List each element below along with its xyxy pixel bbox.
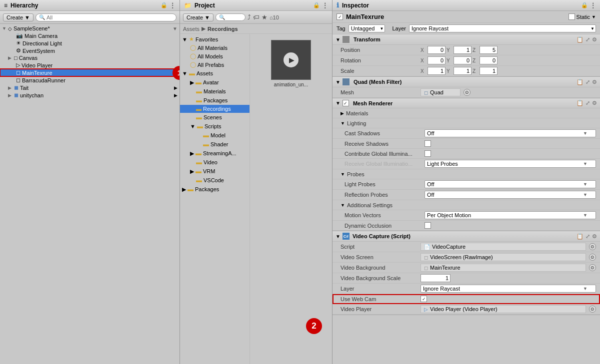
hierarchy-item-tait[interactable]: ▶ ◼ Tait ▶ bbox=[0, 84, 180, 91]
receive-gi-dropdown[interactable]: Light Probes ▼ bbox=[424, 160, 596, 168]
video-player-select-btn[interactable]: ⊙ bbox=[589, 306, 596, 313]
pos-z-input[interactable] bbox=[480, 46, 498, 54]
rot-z-input[interactable] bbox=[480, 56, 498, 64]
mf-icon3[interactable]: ⚙ bbox=[592, 79, 597, 85]
rot-x-input[interactable] bbox=[428, 56, 446, 64]
project-recordings[interactable]: ▬ Recordings bbox=[180, 105, 250, 113]
tag-dropdown-wrapper[interactable]: Untagged ▼ bbox=[348, 24, 386, 32]
mr-icon3[interactable]: ⚙ bbox=[592, 100, 597, 106]
project-streaming[interactable]: ▶ ▬ StreamingA... bbox=[180, 149, 250, 158]
vc-icon2[interactable]: ⤢ bbox=[586, 233, 590, 240]
use-webcam-checkbox[interactable] bbox=[420, 296, 427, 302]
mr-enable-checkbox[interactable] bbox=[342, 100, 349, 106]
light-probes-dropdown[interactable]: Off ▼ bbox=[424, 180, 596, 188]
project-assets-header[interactable]: ▼ ▬ Assets bbox=[180, 69, 250, 78]
static-toggle[interactable]: Static ▼ bbox=[568, 13, 596, 20]
reflection-probes-dropdown[interactable]: Off ▼ bbox=[424, 191, 596, 199]
hierarchy-item-main-texrure[interactable]: ◻ MainTexrure bbox=[0, 69, 180, 76]
project-scenes[interactable]: ▬ Scenes bbox=[180, 113, 250, 122]
vc-icon3[interactable]: ⚙ bbox=[592, 233, 597, 240]
mf-icon2[interactable]: ⤢ bbox=[586, 79, 590, 85]
video-screen-select-btn[interactable]: ⊙ bbox=[589, 254, 596, 261]
project-shader[interactable]: ▬ Shader bbox=[180, 140, 250, 149]
project-avatar[interactable]: ▶ ▬ Avatar bbox=[180, 78, 250, 87]
additional-settings-row[interactable]: ▼ Additional Settings bbox=[332, 200, 600, 210]
rot-y-input[interactable] bbox=[454, 56, 472, 64]
vc-icon1[interactable]: 📋 bbox=[576, 233, 584, 240]
vc-layer-dropdown[interactable]: Ignore Raycast ▼ bbox=[420, 285, 596, 293]
project-video[interactable]: ▬ Video bbox=[180, 158, 250, 167]
hierarchy-more-icon[interactable]: ⋮ bbox=[170, 2, 176, 9]
sc-x-input[interactable] bbox=[428, 67, 446, 75]
mesh-renderer-header[interactable]: ▼ Mesh Renderer 📋 ⤢ ⚙ bbox=[332, 98, 600, 108]
project-scripts[interactable]: ▼ ▬ Scripts bbox=[180, 122, 250, 131]
hierarchy-search-input[interactable] bbox=[46, 14, 173, 20]
motion-vectors-dropdown[interactable]: Per Object Motion ▼ bbox=[424, 211, 596, 219]
project-create-btn[interactable]: Create ▼ bbox=[183, 13, 214, 21]
project-favorites-header[interactable]: ▼ ★ Favorites bbox=[180, 35, 250, 43]
project-toolbar-icon3[interactable]: ★ bbox=[262, 13, 268, 21]
hierarchy-lock-icon[interactable]: 🔒 bbox=[160, 2, 168, 8]
file-item[interactable]: ▶ animation_un... bbox=[271, 40, 311, 87]
project-toolbar-icon1[interactable]: ⤴ bbox=[248, 13, 251, 21]
mesh-filter-header[interactable]: ▼ Quad (Mesh Filter) 📋 ⤢ ⚙ bbox=[332, 77, 600, 87]
hierarchy-item-barracuda[interactable]: ◻ BarracudaRunner bbox=[0, 76, 180, 84]
project-vrm[interactable]: ▶ ▬ VRM bbox=[180, 167, 250, 176]
inspector-lock-icon[interactable]: 🔒 bbox=[581, 2, 588, 8]
scene-options[interactable]: ▼ bbox=[172, 26, 178, 31]
hierarchy-item-canvas[interactable]: ▶ □ Canvas bbox=[0, 54, 180, 61]
materials-row[interactable]: ▶ Materials bbox=[332, 108, 600, 118]
video-bg-scale-input[interactable] bbox=[420, 274, 450, 282]
transform-icon2[interactable]: ⤢ bbox=[586, 36, 590, 43]
sc-y-input[interactable] bbox=[454, 67, 472, 75]
mf-icon1[interactable]: 📋 bbox=[576, 79, 584, 85]
mr-icon2[interactable]: ⤢ bbox=[586, 100, 590, 106]
project-all-models[interactable]: ◯ All Models bbox=[180, 52, 250, 60]
receive-shadows-checkbox[interactable] bbox=[424, 140, 431, 147]
script-select-btn[interactable]: ⊙ bbox=[589, 243, 596, 250]
object-enable-checkbox[interactable] bbox=[336, 13, 343, 20]
tag-value[interactable]: Untagged bbox=[348, 24, 386, 32]
dynamic-occlusion-checkbox[interactable] bbox=[424, 222, 431, 229]
lighting-row[interactable]: ▼ Lighting bbox=[332, 118, 600, 128]
mesh-select-btn[interactable]: ⊙ bbox=[464, 89, 470, 96]
project-more-icon[interactable]: ⋮ bbox=[322, 2, 328, 9]
layer-dropdown-wrapper[interactable]: Ignore Raycast ▼ bbox=[409, 24, 596, 32]
transform-header[interactable]: ▼ Transform 📋 ⤢ ⚙ bbox=[332, 34, 600, 45]
hierarchy-item-unitychan[interactable]: ▶ ◼ unitychan ▶ bbox=[0, 91, 180, 99]
transform-icon3[interactable]: ⚙ bbox=[592, 36, 597, 43]
project-all-prefabs[interactable]: ◯ All Prefabs bbox=[180, 60, 250, 69]
tait-expand[interactable]: ▶ bbox=[174, 85, 178, 90]
project-packages[interactable]: ▬ Packages bbox=[180, 96, 250, 105]
breadcrumb-assets[interactable]: Assets bbox=[183, 26, 200, 32]
uc-expand[interactable]: ▶ bbox=[174, 93, 178, 98]
hierarchy-item-video-player[interactable]: ▷ Video Player bbox=[0, 61, 180, 69]
contribute-gi-checkbox[interactable] bbox=[424, 150, 431, 157]
scene-root-item[interactable]: ▼ ◇ SampleScene* ▼ bbox=[0, 25, 180, 32]
hierarchy-item-dir-light[interactable]: ☀ Directional Light bbox=[0, 39, 180, 47]
hierarchy-menu-icon[interactable]: ≡ bbox=[4, 2, 8, 9]
project-vscode[interactable]: ▬ VSCode bbox=[180, 176, 250, 185]
project-lock-icon[interactable]: 🔒 bbox=[313, 2, 320, 8]
project-all-materials[interactable]: ◯ All Materials bbox=[180, 43, 250, 52]
project-model[interactable]: ▬ Model bbox=[180, 131, 250, 140]
project-packages-root[interactable]: ▶ ▬ Packages bbox=[180, 185, 250, 194]
pos-y-input[interactable] bbox=[454, 46, 472, 54]
project-materials[interactable]: ▬ Materials bbox=[180, 87, 250, 96]
inspector-more-icon[interactable]: ⋮ bbox=[590, 2, 596, 9]
sc-z-input[interactable] bbox=[480, 67, 498, 75]
probes-row[interactable]: ▼ Probes bbox=[332, 169, 600, 179]
static-arrow[interactable]: ▼ bbox=[592, 14, 596, 19]
static-checkbox[interactable] bbox=[568, 13, 575, 20]
video-bg-select-btn[interactable]: ⊙ bbox=[589, 264, 596, 271]
project-toolbar-icon2[interactable]: 🏷 bbox=[253, 13, 260, 21]
transform-icon1[interactable]: 📋 bbox=[576, 36, 584, 43]
cast-shadows-dropdown[interactable]: Off ▼ bbox=[424, 129, 596, 137]
video-capture-header[interactable]: ▼ C# Video Capture (Script) 📋 ⤢ ⚙ bbox=[332, 231, 600, 242]
hierarchy-item-event-system[interactable]: ⚙ EventSystem bbox=[0, 47, 180, 54]
layer-value[interactable]: Ignore Raycast bbox=[409, 24, 596, 32]
hierarchy-create-btn[interactable]: Create ▼ bbox=[3, 13, 34, 21]
pos-x-input[interactable] bbox=[428, 46, 446, 54]
hierarchy-item-main-camera[interactable]: 📷 Main Camera bbox=[0, 32, 180, 39]
mr-icon1[interactable]: 📋 bbox=[576, 100, 584, 106]
